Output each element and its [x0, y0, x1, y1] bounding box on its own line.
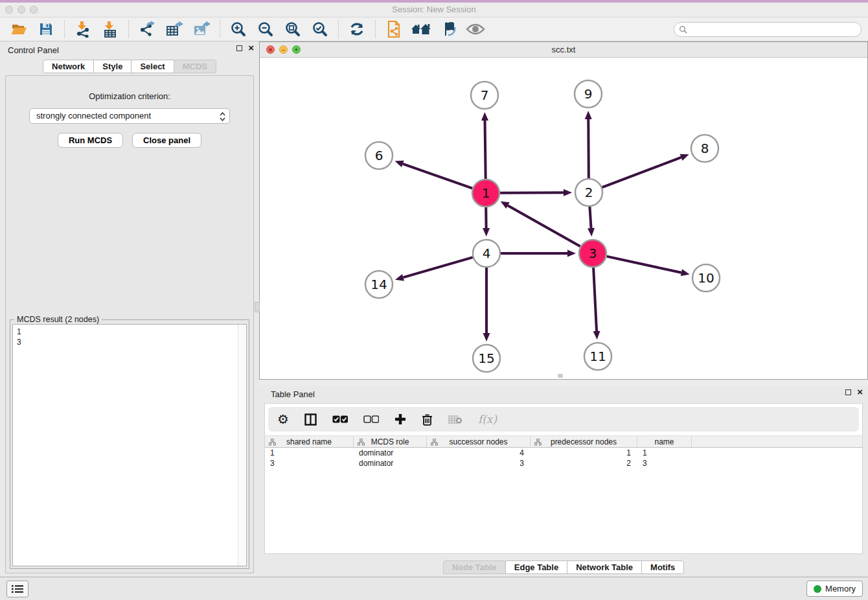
delete-table-icon[interactable] — [448, 415, 463, 424]
toolbar-separator — [375, 20, 376, 38]
mcds-result-list[interactable]: 13 — [12, 324, 247, 566]
svg-text:4: 4 — [483, 246, 491, 261]
network-graph[interactable]: 7968124314101511 — [260, 58, 867, 379]
zoom-fit-icon[interactable] — [282, 19, 303, 40]
network-minimize-button[interactable]: – — [279, 45, 288, 54]
refresh-view-icon[interactable] — [347, 19, 367, 40]
network-view-window: × – + scc.txt 7968124314101511 — [259, 41, 868, 380]
graph-edge-1-2[interactable] — [500, 192, 564, 193]
graph-edge-arrowhead — [483, 333, 490, 341]
graph-node-4[interactable]: 4 — [473, 240, 500, 267]
graph-edge-3-1[interactable] — [508, 205, 580, 246]
graph-edge-arrowhead — [483, 228, 490, 237]
export-network-icon[interactable] — [137, 19, 157, 40]
svg-text:8: 8 — [701, 141, 709, 156]
export-image-icon[interactable] — [191, 19, 212, 40]
add-row-icon[interactable] — [394, 413, 406, 425]
tab-edge-table[interactable]: Edge Table — [505, 560, 567, 574]
save-session-icon[interactable] — [36, 19, 56, 40]
home-pages-icon[interactable] — [411, 19, 431, 40]
zoom-in-icon[interactable] — [228, 19, 249, 40]
graph-node-6[interactable]: 6 — [365, 142, 393, 169]
tab-mcds[interactable]: MCDS — [174, 60, 216, 73]
deselect-all-icon[interactable] — [363, 415, 379, 423]
delete-row-icon[interactable] — [422, 413, 433, 426]
column-header-successor-nodes[interactable]: successor nodes — [427, 436, 531, 447]
tab-network-table[interactable]: Network Table — [567, 560, 642, 574]
function-builder-icon[interactable]: f(x) — [478, 413, 497, 426]
export-table-icon[interactable] — [164, 19, 185, 40]
graph-node-1[interactable]: 1 — [472, 179, 499, 207]
close-window-button[interactable] — [5, 6, 13, 14]
table-options-icon[interactable]: ⚙ — [277, 413, 289, 426]
zoom-selected-icon[interactable] — [310, 19, 330, 40]
network-maximize-button[interactable]: + — [292, 45, 301, 54]
hide-show-icon[interactable] — [465, 19, 486, 40]
search-field[interactable] — [674, 22, 862, 37]
graph-node-15[interactable]: 15 — [473, 345, 500, 372]
tab-style[interactable]: Style — [93, 60, 131, 73]
network-window-titlebar[interactable]: × – + scc.txt — [260, 42, 867, 58]
tab-node-table[interactable]: Node Table — [443, 560, 506, 574]
memory-button[interactable]: Memory — [806, 581, 863, 597]
graph-edge-2-8[interactable] — [602, 157, 681, 187]
graph-node-10[interactable]: 10 — [692, 264, 720, 292]
tab-motifs[interactable]: Motifs — [641, 560, 684, 574]
toolbar-separator — [220, 20, 220, 38]
panel-splitter-handle[interactable] — [255, 302, 260, 312]
column-header-shared-name[interactable]: shared name — [265, 436, 354, 447]
graph-node-9[interactable]: 9 — [575, 80, 602, 108]
tab-select[interactable]: Select — [131, 60, 174, 73]
optimization-dropdown[interactable]: strongly connected component — [29, 108, 230, 124]
table-row[interactable]: 3dominator323 — [265, 458, 862, 468]
graph-node-2[interactable]: 2 — [575, 179, 602, 206]
search-input[interactable] — [690, 25, 852, 34]
run-mcds-button[interactable]: Run MCDS — [58, 133, 123, 148]
network-close-button[interactable]: × — [266, 45, 275, 54]
graph-node-14[interactable]: 14 — [365, 271, 393, 298]
window-title: Session: New Session — [0, 3, 868, 17]
import-network-icon[interactable] — [73, 19, 93, 40]
close-panel-icon[interactable]: × — [248, 45, 254, 51]
canvas-resize-grip[interactable] — [558, 374, 563, 378]
graph-edge-2-3[interactable] — [589, 207, 591, 228]
column-header-predecessor-nodes[interactable]: predecessor nodes — [531, 436, 637, 447]
zoom-window-button[interactable] — [30, 6, 38, 14]
import-table-icon[interactable] — [100, 19, 120, 40]
select-all-icon[interactable] — [332, 415, 348, 423]
graph-node-11[interactable]: 11 — [584, 343, 611, 370]
graph-edge-3-10[interactable] — [606, 257, 681, 273]
apply-style-icon[interactable] — [438, 19, 459, 40]
graph-edge-4-14[interactable] — [403, 257, 472, 277]
status-bar: Memory — [0, 577, 868, 600]
graph-node-8[interactable]: 8 — [691, 135, 718, 162]
graph-edge-3-11[interactable] — [593, 268, 597, 331]
network-overview-icon[interactable] — [383, 19, 404, 40]
toolbar-separator — [64, 20, 65, 38]
column-header-mcds-role[interactable]: MCDS role — [354, 436, 427, 447]
show-columns-icon[interactable] — [304, 413, 317, 426]
graph-edge-1-6[interactable] — [403, 164, 472, 189]
graph-edge-1-7[interactable] — [485, 121, 486, 179]
zoom-out-icon[interactable] — [255, 19, 276, 40]
window-controls[interactable] — [5, 6, 38, 14]
network-canvas[interactable]: 7968124314101511 — [260, 58, 867, 379]
control-panel: Control Panel × NetworkStyleSelectMCDS O… — [0, 41, 259, 577]
open-session-icon[interactable] — [8, 19, 29, 40]
graph-node-7[interactable]: 7 — [471, 82, 498, 109]
result-scrollbar[interactable] — [238, 325, 246, 566]
close-table-panel-icon[interactable]: × — [857, 389, 863, 395]
tab-network[interactable]: Network — [43, 60, 94, 73]
column-header-name[interactable]: name — [637, 436, 692, 447]
graph-node-3[interactable]: 3 — [579, 240, 606, 267]
node-table[interactable]: shared nameMCDS rolesuccessor nodesprede… — [265, 435, 862, 468]
dropdown-stepper-icon — [218, 111, 227, 127]
svg-text:15: 15 — [478, 351, 494, 366]
float-panel-icon[interactable] — [236, 45, 242, 51]
close-panel-button[interactable]: Close panel — [132, 133, 201, 148]
float-table-panel-icon[interactable] — [845, 389, 851, 395]
minimize-window-button[interactable] — [17, 6, 25, 14]
graph-edge-2-9[interactable] — [588, 119, 589, 178]
table-row[interactable]: 1dominator411 — [265, 448, 862, 458]
panel-list-button[interactable] — [6, 581, 29, 597]
